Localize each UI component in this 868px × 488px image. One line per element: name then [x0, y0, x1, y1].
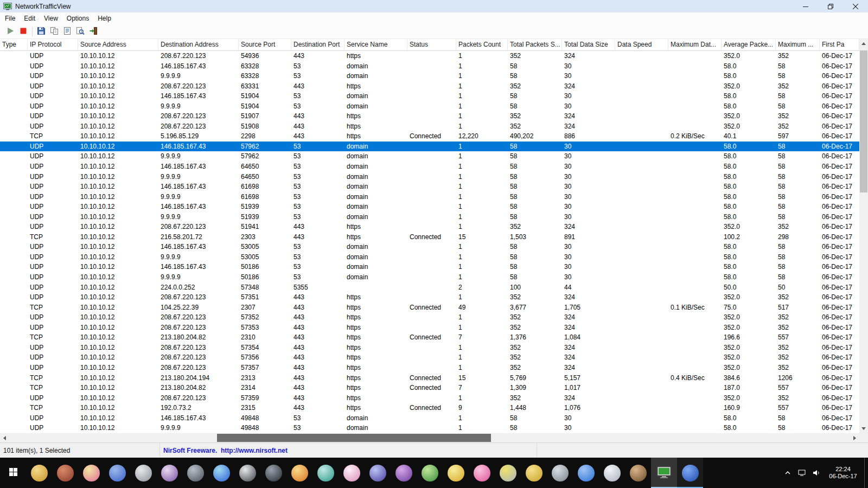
table-row[interactable]: UDP10.10.10.12208.67.220.12357354443http…	[0, 343, 859, 353]
taskbar-app-icon[interactable]	[573, 458, 599, 488]
table-row[interactable]: UDP10.10.10.129.9.9.96465053domain158305…	[0, 172, 859, 182]
column-header-total-packets-s[interactable]: Total Packets S...	[508, 39, 562, 50]
taskbar-app-icon[interactable]	[156, 458, 182, 488]
menu-file[interactable]: File	[0, 12, 20, 24]
vertical-scrollbar[interactable]	[859, 39, 868, 433]
taskbar-app-icon[interactable]	[26, 458, 52, 488]
taskbar-app-icon[interactable]	[599, 458, 625, 488]
table-row[interactable]: UDP10.10.10.12208.67.220.12357351443http…	[0, 292, 859, 303]
show-desktop-button[interactable]	[864, 458, 868, 488]
table-row[interactable]: UDP10.10.10.129.9.9.94984853domain158305…	[0, 423, 859, 433]
table-row[interactable]: UDP10.10.10.12208.67.220.12357352443http…	[0, 312, 859, 323]
column-header-destination-address[interactable]: Destination Address	[158, 39, 239, 50]
column-header-service-name[interactable]: Service Name	[344, 39, 407, 50]
stop-capture-button[interactable]	[17, 25, 30, 38]
exit-button[interactable]	[87, 25, 100, 38]
tray-volume-icon[interactable]	[813, 470, 820, 476]
table-row[interactable]: UDP10.10.10.12146.185.167.435300553domai…	[0, 242, 859, 252]
taskbar-app-icon[interactable]	[104, 458, 130, 488]
maximize-restore-button[interactable]	[818, 0, 843, 12]
column-header-destination-port[interactable]: Destination Port	[291, 39, 344, 50]
table-row[interactable]: UDP10.10.10.129.9.9.95193953domain158305…	[0, 212, 859, 222]
scroll-down-arrow-icon[interactable]	[859, 424, 868, 433]
networktrafficview-taskbar-icon[interactable]	[651, 458, 677, 488]
table-row[interactable]: UDP10.10.10.12146.185.167.435018653domai…	[0, 262, 859, 272]
taskbar-app-icon[interactable]	[391, 458, 417, 488]
table-row[interactable]: TCP10.10.10.12104.25.22.392307443httpsCo…	[0, 303, 859, 313]
table-row[interactable]: UDP10.10.10.12146.185.167.435193953domai…	[0, 202, 859, 212]
start-capture-button[interactable]	[4, 25, 17, 38]
table-row[interactable]: UDP10.10.10.12208.67.220.12351908443http…	[0, 121, 859, 132]
tray-network-icon[interactable]	[798, 470, 806, 476]
taskbar-app-icon[interactable]	[260, 458, 286, 488]
table-row[interactable]: TCP10.10.10.125.196.85.1292298443httpsCo…	[0, 131, 859, 142]
taskbar-app-icon[interactable]	[469, 458, 495, 488]
table-row[interactable]: TCP10.10.10.12213.180.204.822314443https…	[0, 383, 859, 393]
taskbar-app-icon[interactable]	[78, 458, 104, 488]
taskbar-app-icon[interactable]	[286, 458, 312, 488]
table-row[interactable]: UDP10.10.10.129.9.9.95796253domain158305…	[0, 151, 859, 162]
menu-edit[interactable]: Edit	[20, 12, 40, 24]
minimize-button[interactable]	[793, 0, 818, 12]
taskbar-app-icon[interactable]	[547, 458, 573, 488]
table-row[interactable]: TCP10.10.10.12213.180.204.822310443https…	[0, 332, 859, 343]
taskbar-app-icon[interactable]	[677, 458, 703, 488]
column-header-ip-protocol[interactable]: IP Protocol	[28, 39, 78, 50]
taskbar-app-icon[interactable]	[182, 458, 208, 488]
column-header-average-packe[interactable]: Average Packe...	[722, 39, 776, 50]
table-row[interactable]: UDP10.10.10.12208.67.220.12363331443http…	[0, 81, 859, 92]
taskbar-app-icon[interactable]	[417, 458, 443, 488]
table-row[interactable]: UDP10.10.10.12208.67.220.12357357443http…	[0, 363, 859, 373]
table-row[interactable]: TCP10.10.10.12216.58.201.722303443httpsC…	[0, 232, 859, 242]
save-button[interactable]	[35, 25, 48, 38]
column-header-data-speed[interactable]: Data Speed	[615, 39, 668, 50]
table-row[interactable]: UDP10.10.10.129.9.9.95300553domain158305…	[0, 252, 859, 262]
scroll-right-arrow-icon[interactable]	[850, 433, 859, 442]
column-header-source-port[interactable]: Source Port	[239, 39, 291, 50]
taskbar-app-icon[interactable]	[234, 458, 260, 488]
column-header-first-pa[interactable]: First Pa	[820, 39, 859, 50]
table-row[interactable]: UDP10.10.10.12146.185.167.436169853domai…	[0, 182, 859, 192]
table-row[interactable]: UDP10.10.10.129.9.9.95190453domain158305…	[0, 101, 859, 112]
column-header-source-address[interactable]: Source Address	[78, 39, 158, 50]
table-row[interactable]: UDP10.10.10.12146.185.167.436465053domai…	[0, 162, 859, 172]
table-row[interactable]: UDP10.10.10.129.9.9.96332853domain158305…	[0, 71, 859, 81]
column-header-packets-count[interactable]: Packets Count	[456, 39, 508, 50]
taskbar-app-icon[interactable]	[365, 458, 391, 488]
table-row[interactable]: UDP10.10.10.12146.185.167.435190453domai…	[0, 91, 859, 101]
taskbar-app-icon[interactable]	[312, 458, 339, 488]
scroll-left-arrow-icon[interactable]	[0, 433, 9, 442]
taskbar-app-icon[interactable]	[339, 458, 365, 488]
table-row[interactable]: UDP10.10.10.12224.0.0.252573485355210044…	[0, 282, 859, 293]
column-header-total-data-size[interactable]: Total Data Size	[562, 39, 615, 50]
scroll-up-arrow-icon[interactable]	[859, 39, 868, 48]
table-row[interactable]: TCP10.10.10.12192.0.73.22315443httpsConn…	[0, 403, 859, 413]
table-row[interactable]: UDP10.10.10.12146.185.167.434984853domai…	[0, 413, 859, 423]
taskbar-app-icon[interactable]	[495, 458, 521, 488]
table-row-selected[interactable]: UDP10.10.10.12146.185.167.435796253domai…	[0, 142, 859, 152]
copy-button[interactable]	[48, 25, 61, 38]
table-row[interactable]: UDP10.10.10.12208.67.220.12354936443http…	[0, 51, 859, 61]
close-button[interactable]	[843, 0, 868, 12]
table-row[interactable]: UDP10.10.10.12208.67.220.12351941443http…	[0, 222, 859, 232]
taskbar-clock[interactable]: 22:24 06-Dec-17	[827, 466, 859, 480]
table-row[interactable]: UDP10.10.10.12208.67.220.12357356443http…	[0, 352, 859, 363]
table-row[interactable]: TCP10.10.10.12213.180.204.1942313443http…	[0, 373, 859, 383]
menu-options[interactable]: Options	[62, 12, 93, 24]
taskbar-app-icon[interactable]	[625, 458, 651, 488]
table-row[interactable]: UDP10.10.10.12208.67.220.12351907443http…	[0, 111, 859, 121]
menu-view[interactable]: View	[40, 12, 62, 24]
table-row[interactable]: UDP10.10.10.12208.67.220.12357353443http…	[0, 323, 859, 333]
menu-help[interactable]: Help	[93, 12, 116, 24]
horizontal-scroll-thumb[interactable]	[217, 434, 491, 442]
vertical-scroll-thumb[interactable]	[860, 50, 867, 192]
column-header-type[interactable]: Type	[0, 39, 28, 50]
properties-button[interactable]	[61, 25, 74, 38]
find-button[interactable]	[74, 25, 87, 38]
taskbar-app-icon[interactable]	[52, 458, 78, 488]
table-row[interactable]: UDP10.10.10.12208.67.220.12357359443http…	[0, 393, 859, 403]
table-row[interactable]: UDP10.10.10.129.9.9.96169853domain158305…	[0, 192, 859, 202]
taskbar-app-icon[interactable]	[130, 458, 156, 488]
table-row[interactable]: UDP10.10.10.12146.185.167.436332853domai…	[0, 61, 859, 72]
tray-chevron-up-icon[interactable]	[784, 471, 791, 475]
